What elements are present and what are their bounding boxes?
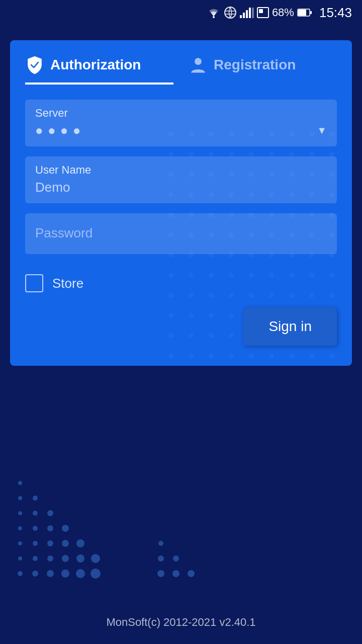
dropdown-arrow-icon: ▼ — [317, 125, 327, 136]
tab-registration-label: Registration — [214, 57, 296, 73]
svg-point-129 — [18, 556, 22, 560]
svg-point-124 — [32, 571, 38, 577]
svg-point-117 — [249, 353, 254, 358]
svg-point-114 — [189, 353, 194, 358]
btn-row: Sign in — [25, 297, 337, 346]
signal-icon — [240, 7, 254, 18]
svg-point-150 — [157, 570, 164, 577]
sync-icon — [224, 6, 237, 19]
svg-point-137 — [47, 540, 53, 546]
svg-point-145 — [33, 511, 38, 516]
tab-authorization[interactable]: Authorization — [25, 55, 173, 85]
sign-in-button[interactable]: Sign in — [243, 307, 337, 346]
tab-registration[interactable]: Registration — [189, 55, 337, 85]
svg-rect-7 — [249, 8, 251, 18]
server-label: Server — [35, 107, 327, 120]
login-card: Authorization Registration Server ● ● ● … — [10, 40, 352, 366]
svg-point-146 — [47, 510, 53, 516]
status-bar: 68% 15:43 — [0, 0, 362, 25]
svg-point-123 — [18, 571, 23, 576]
svg-point-122 — [195, 58, 202, 65]
username-label: User Name — [35, 164, 327, 177]
svg-point-151 — [172, 570, 179, 577]
store-checkbox[interactable] — [25, 274, 43, 292]
svg-point-154 — [173, 555, 179, 561]
store-label: Store — [52, 276, 83, 291]
svg-point-147 — [18, 496, 22, 500]
footer: MonSoft(c) 2012-2021 v2.40.1 — [0, 616, 362, 629]
svg-point-134 — [91, 554, 100, 563]
svg-point-1 — [225, 7, 236, 18]
form: Server ● ● ● ● ▼ User Name Store Sign in — [10, 85, 352, 351]
svg-point-153 — [158, 555, 164, 561]
svg-rect-13 — [310, 11, 312, 14]
svg-point-131 — [47, 555, 53, 561]
server-value: ● ● ● ● — [35, 123, 81, 138]
svg-point-120 — [309, 353, 314, 358]
password-input[interactable] — [35, 220, 327, 246]
svg-rect-10 — [259, 9, 263, 13]
footer-text: MonSoft(c) 2012-2021 v2.40.1 — [106, 616, 255, 628]
username-field-group[interactable]: User Name — [25, 156, 337, 203]
shield-check-icon — [25, 55, 44, 74]
password-field-group[interactable] — [25, 213, 337, 254]
svg-point-0 — [213, 16, 215, 18]
wifi-icon — [207, 7, 221, 18]
svg-point-142 — [47, 525, 53, 531]
battery-icon — [297, 8, 312, 17]
svg-point-118 — [269, 353, 274, 358]
svg-point-115 — [209, 353, 214, 358]
svg-point-143 — [62, 525, 69, 532]
svg-point-148 — [33, 496, 38, 501]
svg-point-140 — [18, 526, 22, 530]
username-input[interactable] — [35, 180, 327, 195]
svg-point-138 — [62, 540, 69, 547]
svg-rect-12 — [298, 10, 306, 16]
status-icons: 68% 15:43 — [207, 5, 352, 21]
svg-point-152 — [188, 570, 195, 577]
svg-point-155 — [158, 541, 163, 546]
svg-point-121 — [329, 353, 334, 358]
server-field-group[interactable]: Server ● ● ● ● ▼ — [25, 100, 337, 146]
decorative-dots — [10, 443, 201, 594]
svg-point-136 — [33, 541, 38, 546]
battery-percent: 68% — [272, 6, 294, 19]
svg-point-141 — [33, 526, 38, 531]
svg-point-149 — [18, 481, 22, 485]
svg-rect-5 — [243, 13, 245, 18]
svg-rect-8 — [252, 8, 254, 18]
svg-point-139 — [76, 539, 84, 547]
svg-point-135 — [18, 541, 22, 545]
svg-point-126 — [61, 570, 69, 578]
svg-rect-6 — [246, 10, 248, 18]
person-icon — [189, 55, 208, 74]
svg-point-132 — [62, 555, 69, 562]
svg-point-144 — [18, 511, 22, 515]
tab-bar: Authorization Registration — [10, 40, 352, 85]
svg-point-113 — [168, 353, 173, 358]
store-checkbox-row: Store — [25, 264, 337, 297]
sim-icon — [257, 7, 269, 18]
svg-rect-4 — [240, 15, 242, 18]
status-time: 15:43 — [319, 5, 352, 21]
svg-point-119 — [289, 353, 294, 358]
svg-point-130 — [33, 556, 38, 561]
svg-point-127 — [76, 569, 85, 578]
tab-authorization-label: Authorization — [50, 57, 141, 73]
svg-point-128 — [90, 569, 101, 579]
svg-point-133 — [76, 554, 84, 562]
svg-point-125 — [47, 570, 54, 577]
svg-point-116 — [229, 353, 234, 358]
